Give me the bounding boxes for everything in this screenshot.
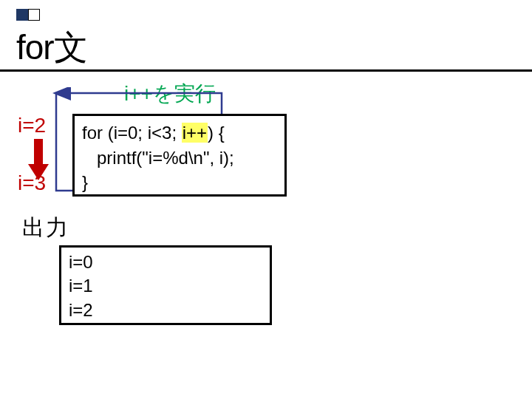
i-value-after: i=3	[18, 171, 46, 195]
code-box: for (i=0; i<3; i++) { printf("i=%d\n", i…	[72, 114, 287, 197]
code-line-1: for (i=0; i<3; i++) {	[82, 120, 277, 146]
code-line-2: printf("i=%d\n", i);	[82, 146, 277, 171]
page-title: for文	[16, 25, 87, 71]
square-outline-icon	[28, 9, 40, 21]
output-label: 出力	[22, 213, 69, 243]
decorative-squares	[16, 9, 40, 21]
output-line-3: i=2	[69, 299, 262, 322]
code-line-3: }	[82, 170, 277, 195]
svg-rect-1	[34, 139, 43, 166]
output-box: i=0 i=1 i=2	[59, 245, 272, 325]
code-highlight: i++	[182, 123, 208, 143]
output-line-1: i=0	[69, 250, 262, 274]
code-line-1-post: ) {	[208, 123, 225, 143]
code-line-1-pre: for (i=0; i<3;	[82, 123, 182, 143]
output-line-2: i=1	[69, 274, 262, 298]
i-value-before: i=2	[18, 114, 46, 137]
title-underline	[0, 69, 532, 72]
execution-label: i++を実行	[124, 80, 216, 108]
square-filled-icon	[16, 9, 28, 21]
